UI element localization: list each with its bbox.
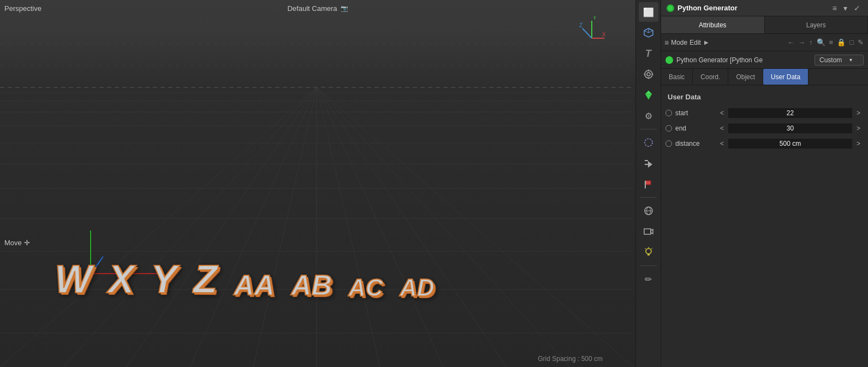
viewport-perspective-label: Perspective — [4, 4, 41, 13]
end-label: end — [675, 125, 714, 132]
axis-indicator: Y X Z — [578, 16, 605, 44]
camera-icon: 📷 — [341, 5, 348, 12]
frame-toolbar-icon[interactable]: ⬜ — [639, 2, 658, 22]
sub-tab-object[interactable]: Object — [728, 69, 763, 85]
letter-w: W — [55, 257, 92, 302]
distance-increment-button[interactable]: > — [853, 139, 864, 149]
sub-tab-user-data[interactable]: User Data — [763, 69, 808, 85]
mode-edit-icon[interactable]: ✎ — [857, 37, 865, 48]
mode-list-icon[interactable]: ≡ — [828, 37, 835, 48]
letter-ad: AD — [400, 274, 434, 301]
letter-aa: AA — [234, 269, 275, 301]
tab-attributes[interactable]: Attributes — [661, 16, 765, 33]
distance-decrement-button[interactable]: < — [717, 139, 727, 149]
svg-rect-0 — [0, 0, 635, 87]
svg-marker-45 — [645, 91, 652, 94]
mode-forward-icon[interactable]: → — [797, 37, 806, 48]
viewport-camera-label: Default Camera 📷 — [287, 4, 348, 13]
mode-bar: ≡ Mode Edit ▶ ← → ↑ 🔍 ≡ 🔒 □ ✎ — [661, 34, 868, 51]
distance-label: distance — [675, 140, 714, 147]
mode-up-icon[interactable]: ↑ — [808, 37, 814, 48]
move-tool-label: Move ✛ — [4, 239, 30, 247]
mode-window-icon[interactable]: □ — [848, 37, 855, 48]
svg-line-62 — [645, 248, 646, 249]
start-value-input[interactable] — [728, 108, 852, 118]
mode-bar-actions: ← → ↑ 🔍 ≡ 🔒 □ ✎ — [786, 37, 865, 48]
header-dropdown-icon[interactable]: ▾ — [841, 3, 849, 14]
svg-line-61 — [651, 248, 652, 249]
mode-dropdown-button[interactable]: ▶ — [704, 39, 709, 45]
distance-value-input[interactable] — [728, 139, 852, 149]
svg-marker-56 — [651, 229, 653, 234]
mode-label: Mode — [671, 39, 687, 46]
letter-ac: AC — [349, 274, 383, 301]
letter-ab: AB — [292, 269, 332, 301]
toolbar-divider-2 — [640, 197, 657, 198]
distance-value-group: < > — [717, 139, 864, 149]
svg-line-32 — [582, 28, 592, 38]
letter-z: Z — [193, 257, 217, 301]
svg-point-46 — [645, 139, 652, 146]
grid-spacing-label: Grid Spacing : 500 cm — [538, 355, 603, 363]
camera-box-toolbar-icon[interactable] — [639, 222, 658, 241]
text-toolbar-icon[interactable]: T — [639, 44, 658, 63]
attr-layers-tabs: Attributes Layers — [661, 16, 868, 34]
letter-x: X — [108, 257, 134, 301]
header-menu-icon[interactable]: ≡ — [830, 3, 839, 14]
user-data-title: User Data — [661, 91, 868, 105]
bulb-toolbar-icon[interactable] — [639, 242, 658, 262]
toolbar-divider-3 — [640, 265, 657, 266]
tab-layers[interactable]: Layers — [765, 16, 869, 33]
diamond-toolbar-icon[interactable] — [639, 133, 658, 152]
target-toolbar-icon[interactable] — [639, 64, 658, 84]
custom-dropdown[interactable]: Custom ▾ — [815, 55, 864, 66]
header-check-icon[interactable]: ✓ — [852, 3, 863, 14]
svg-rect-50 — [645, 181, 651, 185]
right-panel: Python Generator ≡ ▾ ✓ Attributes Layers… — [661, 0, 868, 367]
end-decrement-button[interactable]: < — [717, 123, 727, 133]
start-label: start — [675, 109, 714, 117]
letter-y: Y — [151, 257, 177, 301]
end-increment-button[interactable]: > — [853, 123, 864, 133]
svg-point-57 — [646, 248, 651, 254]
move-crosshair-icon: ✛ — [24, 239, 30, 247]
grid-background — [0, 0, 635, 367]
user-data-distance-row: distance < > — [661, 136, 868, 151]
brush-toolbar-icon[interactable]: ✏ — [639, 269, 658, 289]
gear-toolbar-icon[interactable]: ⚙ — [639, 106, 658, 126]
mode-lock-icon[interactable]: 🔒 — [836, 37, 847, 48]
python-gen-header-icon — [667, 4, 674, 12]
end-value-input[interactable] — [728, 123, 852, 133]
distance-field-icon — [665, 140, 672, 147]
globe-toolbar-icon[interactable] — [639, 201, 658, 221]
svg-rect-49 — [645, 160, 648, 161]
cube-toolbar-icon[interactable] — [639, 23, 658, 43]
svg-text:Y: Y — [593, 16, 597, 21]
end-value-group: < > — [717, 123, 864, 133]
object-name-label: Python Generator — [677, 4, 738, 12]
svg-point-39 — [647, 73, 650, 76]
flag-toolbar-icon[interactable] — [639, 174, 658, 194]
right-toolbar: ⬜ T ⚙ — [635, 0, 661, 367]
generator-row: Python Generator [Python Ge Custom ▾ — [661, 51, 868, 69]
generator-icon — [665, 56, 673, 64]
start-decrement-button[interactable]: < — [717, 108, 727, 118]
arrow-toolbar-icon[interactable] — [639, 153, 658, 173]
object-header-buttons: ≡ ▾ ✓ — [830, 3, 863, 14]
start-increment-button[interactable]: > — [853, 108, 864, 118]
svg-rect-55 — [644, 229, 651, 234]
viewport[interactable]: Perspective Default Camera 📷 Y X Z Move … — [0, 0, 635, 367]
mode-search-icon[interactable]: 🔍 — [816, 37, 827, 48]
sub-tab-coord[interactable]: Coord. — [693, 69, 728, 85]
svg-text:X: X — [602, 32, 605, 38]
start-field-icon — [665, 110, 672, 116]
generator-name: Python Generator [Python Ge — [676, 56, 811, 64]
gem-toolbar-icon[interactable] — [639, 85, 658, 105]
svg-line-36 — [649, 31, 653, 33]
sub-tab-basic[interactable]: Basic — [661, 69, 693, 85]
user-data-start-row: start < > — [661, 105, 868, 121]
svg-rect-1 — [0, 87, 635, 367]
svg-marker-48 — [648, 161, 652, 168]
mode-back-icon[interactable]: ← — [786, 37, 795, 48]
sub-tabs: Basic Coord. Object User Data — [661, 69, 868, 85]
